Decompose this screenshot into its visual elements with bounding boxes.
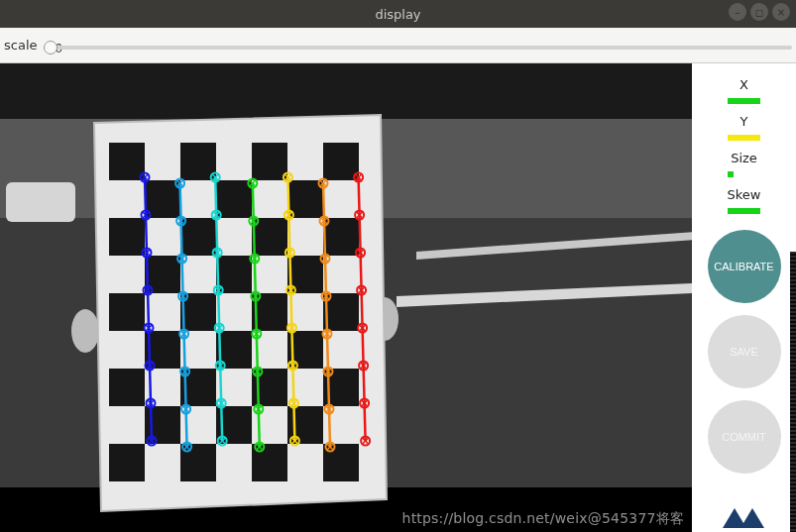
close-icon[interactable]: × xyxy=(772,3,790,21)
metric-label-size: Size xyxy=(728,151,761,165)
svg-rect-39 xyxy=(180,444,216,481)
metric-label-x: X xyxy=(728,77,761,92)
svg-rect-6 xyxy=(6,182,75,222)
svg-point-7 xyxy=(71,309,99,353)
scale-slider[interactable] xyxy=(44,46,793,50)
svg-rect-24 xyxy=(109,293,145,331)
watermark-text: https://blog.csdn.net/weix@545377将客 xyxy=(402,510,684,528)
svg-rect-38 xyxy=(109,444,145,481)
minimize-icon[interactable]: – xyxy=(729,3,746,21)
svg-rect-31 xyxy=(109,369,145,406)
toolbar: scale 0 xyxy=(0,28,796,63)
commit-button: COMMIT xyxy=(708,400,781,474)
metric-label-y: Y xyxy=(728,114,761,129)
svg-rect-18 xyxy=(180,218,216,256)
svg-rect-0 xyxy=(0,63,692,119)
svg-marker-211 xyxy=(740,508,764,528)
svg-rect-10 xyxy=(109,143,145,180)
svg-rect-12 xyxy=(252,143,287,180)
window-controls: – ◻ × xyxy=(729,3,790,21)
svg-rect-15 xyxy=(216,180,252,218)
svg-rect-13 xyxy=(323,143,359,180)
svg-rect-41 xyxy=(323,444,359,481)
camera-viewport: https://blog.csdn.net/weix@545377将客 xyxy=(0,63,692,532)
save-button: SAVE xyxy=(708,315,781,388)
maximize-icon[interactable]: ◻ xyxy=(750,3,768,21)
scale-label: scale xyxy=(4,38,38,53)
side-panel: XYSizeSkew CALIBRATE SAVE COMMIT xyxy=(692,63,796,532)
metric-bar-y xyxy=(728,135,761,141)
calibrate-button[interactable]: CALIBRATE xyxy=(708,230,781,303)
background-strip xyxy=(790,252,796,532)
svg-rect-29 xyxy=(216,331,252,369)
metric-bar-skew xyxy=(728,208,761,214)
window-title: display xyxy=(375,7,420,22)
metric-bar-size xyxy=(728,171,761,177)
window-titlebar: display – ◻ × xyxy=(0,0,796,28)
app-logo-icon xyxy=(715,498,774,532)
svg-rect-17 xyxy=(109,218,145,256)
metric-label-skew: Skew xyxy=(728,187,761,202)
metric-bar-x xyxy=(728,98,761,104)
camera-scene xyxy=(0,63,692,532)
